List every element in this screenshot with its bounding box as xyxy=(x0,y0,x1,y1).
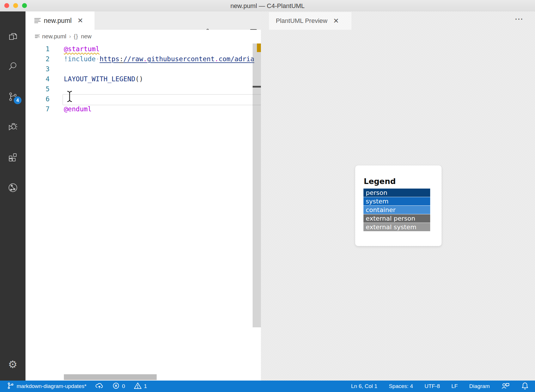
legend-table: personsystemcontainerexternal personexte… xyxy=(363,189,430,231)
line-content: !include·https://raw.githubusercontent.c… xyxy=(64,54,254,64)
status-label: Ln 6, Col 1 xyxy=(351,383,377,389)
status-label: 1 xyxy=(144,383,147,389)
legend-row-external-person: external person xyxy=(363,214,430,223)
git-branch-icon xyxy=(7,382,14,391)
activity-bar: 4 ⚙ xyxy=(0,11,25,381)
legend-row-system: system xyxy=(363,197,430,205)
code-line-7[interactable]: 7@enduml xyxy=(25,104,261,114)
eol-sequence[interactable]: LF xyxy=(451,383,458,389)
encoding[interactable]: UTF-8 xyxy=(424,383,440,389)
status-label: markdown-diagram-updates* xyxy=(17,383,86,389)
extensions-icon[interactable] xyxy=(0,149,25,166)
status-label: UTF-8 xyxy=(424,383,440,389)
status-label: LF xyxy=(451,383,458,389)
code-line-4[interactable]: 4LAYOUT_WITH_LEGEND() xyxy=(25,74,261,84)
legend-title: Legend xyxy=(364,177,396,186)
bell-icon xyxy=(521,382,529,391)
language-mode[interactable]: Diagram xyxy=(469,383,490,389)
window-title: new.puml — C4-PlantUML xyxy=(0,2,535,10)
line-number: 3 xyxy=(25,64,50,74)
publish-changes[interactable] xyxy=(95,382,104,391)
line-number: 6 xyxy=(25,94,50,104)
tab-new-puml[interactable]: new.puml ✕ xyxy=(25,11,95,30)
line-number: 4 xyxy=(25,74,50,84)
code-line-1[interactable]: 1@startuml xyxy=(25,44,261,54)
overview-ruler-warning-marker xyxy=(257,43,261,52)
breadcrumb: new.puml › {} new xyxy=(25,30,261,43)
editor-horizontal-scrollbar[interactable] xyxy=(64,374,157,380)
tab-label: new.puml xyxy=(44,17,72,25)
status-label: Spaces: 4 xyxy=(389,383,413,389)
preview-tab-label: PlantUML Preview xyxy=(276,17,327,25)
tab-close-icon[interactable]: ✕ xyxy=(77,17,83,24)
git-branch-status[interactable]: markdown-diagram-updates* xyxy=(7,382,86,391)
status-bar: markdown-diagram-updates*01 Ln 6, Col 1S… xyxy=(0,381,535,392)
breadcrumb-file-icon xyxy=(35,35,40,38)
explorer-icon[interactable] xyxy=(0,27,25,45)
legend-row-person: person xyxy=(363,189,430,197)
plantuml-preview-panel: PlantUML Preview ✕ ⋯ Legend personsystem… xyxy=(261,11,535,381)
breadcrumb-item-file[interactable]: new.puml xyxy=(42,33,66,40)
legend-row-container: container xyxy=(363,206,430,214)
cloud-upload-icon xyxy=(95,382,104,391)
file-icon xyxy=(34,18,41,23)
feedback-icon xyxy=(501,382,510,391)
line-content: @startuml xyxy=(64,44,100,54)
status-label: Diagram xyxy=(469,383,490,389)
line-number: 1 xyxy=(25,44,50,54)
legend-diagram-card: Legend personsystemcontainerexternal per… xyxy=(355,165,442,246)
code-line-6[interactable]: 6 xyxy=(25,94,261,104)
warning-triangle-icon xyxy=(134,382,142,391)
legend-row-external-system: external system xyxy=(363,223,430,231)
source-control-icon[interactable]: 4 xyxy=(0,88,25,105)
window-titlebar: new.puml — C4-PlantUML xyxy=(0,0,535,12)
line-content: LAYOUT_WITH_LEGEND() xyxy=(64,74,143,84)
indentation[interactable]: Spaces: 4 xyxy=(389,383,413,389)
preview-more-actions-icon[interactable]: ⋯ xyxy=(515,17,524,21)
feedback[interactable] xyxy=(501,382,510,391)
code-line-2[interactable]: 2!include·https://raw.githubusercontent.… xyxy=(25,54,261,64)
code-editor[interactable]: 1@startuml2!include·https://raw.githubus… xyxy=(25,43,261,381)
error-count[interactable]: 0 xyxy=(112,382,125,391)
overview-ruler-cursor-marker xyxy=(253,86,261,88)
line-number: 5 xyxy=(25,84,50,94)
editor-vertical-scrollbar[interactable] xyxy=(253,43,261,327)
warning-count[interactable]: 1 xyxy=(134,382,147,391)
code-line-5[interactable]: 5 xyxy=(25,84,261,94)
notifications[interactable] xyxy=(521,382,529,391)
line-number: 2 xyxy=(25,54,50,64)
status-label: 0 xyxy=(122,383,125,389)
mouse-cursor-ibeam xyxy=(66,90,73,104)
code-line-3[interactable]: 3 xyxy=(25,64,261,74)
error-circle-icon xyxy=(112,382,120,391)
breadcrumb-separator: › xyxy=(69,33,71,39)
preview-tab-close-icon[interactable]: ✕ xyxy=(333,17,339,24)
breadcrumb-item-symbol[interactable]: new xyxy=(81,33,92,40)
cursor-position[interactable]: Ln 6, Col 1 xyxy=(351,383,377,389)
run-debug-icon[interactable] xyxy=(0,118,25,136)
search-icon[interactable] xyxy=(0,58,25,75)
plantuml-icon[interactable] xyxy=(0,179,25,196)
breadcrumb-symbol-icon: {} xyxy=(74,33,78,40)
editor-tab-bar: new.puml ✕ ⋯ xyxy=(25,11,261,30)
settings-gear-icon[interactable]: ⚙ xyxy=(0,356,25,373)
scm-changes-badge: 4 xyxy=(14,96,21,104)
line-content: @enduml xyxy=(64,104,92,114)
line-number: 7 xyxy=(25,104,50,114)
tab-plantuml-preview[interactable]: PlantUML Preview ✕ xyxy=(269,12,351,30)
